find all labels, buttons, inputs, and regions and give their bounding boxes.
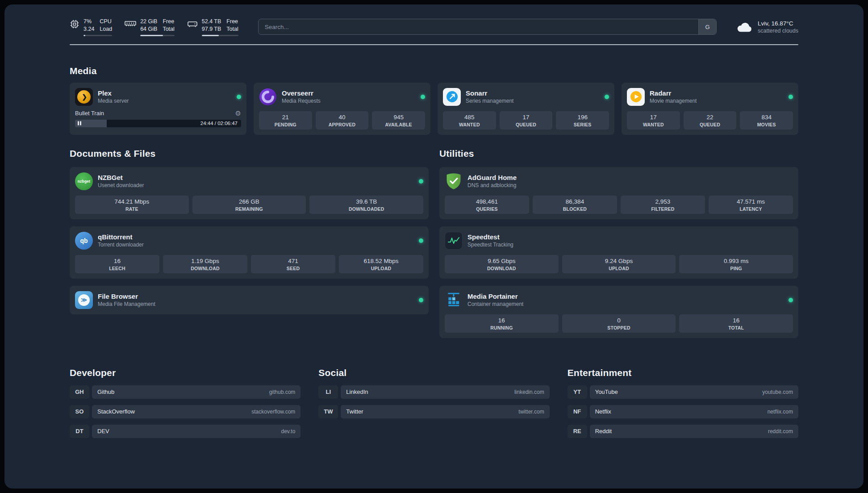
stat-tile: 40 APPROVED	[316, 111, 369, 130]
bookmark-domain: netflix.com	[768, 409, 793, 415]
bookmarks-entertainment: Entertainment YT YouTube youtube.com NF …	[568, 368, 798, 438]
bookmark-abbr: TW	[318, 405, 338, 418]
bookmark-domain: twitter.com	[518, 409, 544, 415]
bookmarks-section: Developer GH Github github.com SO StackO…	[70, 368, 798, 456]
bookmark-dev[interactable]: DT DEV dev.to	[70, 425, 300, 438]
outer-frame: 7% 3.24 CPU Load	[0, 0, 868, 493]
bookmark-domain: stackoverflow.com	[251, 409, 295, 415]
service-subtitle: Movie management	[650, 98, 697, 104]
service-card-adguard[interactable]: AdGuard Home DNS and adblocking 498,461 …	[439, 167, 798, 219]
stat-label: STOPPED	[564, 325, 674, 330]
stat-value: 1.19 Gbps	[165, 258, 246, 264]
stat-tile: 744.21 Mbps RATE	[75, 196, 189, 214]
adguard-shield-icon	[445, 172, 463, 190]
plex-header: ❯ Plex Media server	[75, 88, 241, 106]
bookmark-abbr: NF	[568, 405, 587, 418]
memory-icon	[125, 19, 136, 28]
section-title-media: Media	[70, 66, 798, 76]
bookmark-name: StackOverflow	[97, 408, 135, 415]
stat-label: QUEUED	[685, 122, 735, 127]
plex-meta: Plex Media server	[98, 89, 129, 104]
overseerr-icon	[259, 88, 277, 106]
service-subtitle: DNS and adblocking	[467, 182, 517, 188]
bookmarks-developer: Developer GH Github github.com SO StackO…	[70, 368, 300, 438]
service-card-sonarr[interactable]: Sonarr Series management 485 WANTED 17 Q…	[438, 83, 614, 135]
stat-tile: 17 QUEUED	[500, 111, 553, 130]
service-name: Speedtest	[467, 233, 513, 241]
weather-widget: Lviv, 16.87°C scattered clouds	[736, 20, 798, 34]
service-card-portainer[interactable]: Media Portainer Container management 16 …	[439, 286, 798, 338]
memory-labels: Free Total	[163, 18, 174, 33]
media-grid: ❯ Plex Media server Bullet Train ⚙ 24:44…	[70, 83, 798, 135]
service-name: Sonarr	[466, 89, 513, 97]
stat-value: 744.21 Mbps	[77, 198, 187, 205]
playback-progress-bar[interactable]: 24:44 / 02:06:47	[75, 120, 241, 127]
bookmark-abbr: DT	[70, 425, 89, 438]
disk-stats: 52.4 TB 97.9 TB Free Total	[202, 18, 238, 36]
nzbget-meta: NZBGet Usenet downloader	[98, 174, 144, 188]
stat-label: LATENCY	[710, 206, 791, 212]
stat-tile: 618.52 Mbps UPLOAD	[339, 255, 423, 273]
pause-icon[interactable]	[78, 121, 81, 125]
status-dot	[789, 95, 793, 99]
service-card-nzbget[interactable]: nzbget NZBGet Usenet downloader 744.21 M…	[70, 167, 429, 219]
stat-value: 471	[253, 258, 334, 264]
stat-value: 945	[374, 114, 423, 121]
service-card-qbittorrent[interactable]: qb qBittorrent Torrent downloader 16 LEE…	[70, 226, 429, 279]
topbar-divider	[70, 44, 798, 45]
service-card-filebrowser[interactable]: ≫ File Browser Media File Management	[70, 286, 429, 314]
social-list: LI LinkedIn linkedin.com TW Twitter twit…	[318, 385, 549, 418]
section-title-social: Social	[318, 368, 549, 378]
disk-free-label: Free	[226, 18, 238, 25]
qbittorrent-meta: qBittorrent Torrent downloader	[98, 233, 144, 248]
status-dot	[419, 179, 423, 184]
stat-value: 40	[317, 114, 367, 121]
bookmark-youtube[interactable]: YT YouTube youtube.com	[568, 385, 798, 399]
radarr-icon	[627, 88, 645, 106]
stat-tile: 834 MOVIES	[740, 111, 793, 130]
sonarr-header: Sonarr Series management	[443, 88, 609, 106]
service-card-overseerr[interactable]: Overseerr Media Requests 21 PENDING 40 A…	[254, 83, 430, 135]
memory-total-label: Total	[163, 25, 174, 33]
bookmark-twitter[interactable]: TW Twitter twitter.com	[318, 405, 549, 418]
nzbget-stats: 744.21 Mbps RATE 266 GB REMAINING 39.6 T…	[75, 196, 423, 214]
speedtest-header: Speedtest Speedtest Tracking	[445, 232, 793, 250]
bookmark-netflix[interactable]: NF Netflix netflix.com	[568, 405, 798, 418]
service-subtitle: Media File Management	[98, 301, 155, 307]
memory-total: 64 GiB	[140, 25, 157, 33]
bookmark-linkedin[interactable]: LI LinkedIn linkedin.com	[318, 385, 549, 399]
stat-tile: 196 SERIES	[556, 111, 609, 130]
bookmark-reddit[interactable]: RE Reddit reddit.com	[568, 425, 798, 438]
stat-tile: 16 LEECH	[75, 255, 159, 273]
service-card-plex[interactable]: ❯ Plex Media server Bullet Train ⚙ 24:44…	[70, 83, 246, 135]
stat-value: 16	[447, 317, 557, 324]
bookmark-bar: Twitter twitter.com	[341, 405, 549, 418]
sonarr-icon	[443, 88, 461, 106]
bookmark-name: Reddit	[595, 428, 612, 435]
bookmark-bar: LinkedIn linkedin.com	[341, 385, 549, 399]
stat-label: BLOCKED	[534, 206, 615, 212]
search-input[interactable]	[259, 19, 698, 34]
stat-value: 47.571 ms	[710, 198, 791, 205]
nzbget-icon: nzbget	[75, 172, 93, 190]
bookmark-name: DEV	[97, 428, 109, 435]
stat-label: WANTED	[629, 122, 678, 127]
stat-value: 17	[501, 114, 551, 121]
service-card-radarr[interactable]: Radarr Movie management 17 WANTED 22 QUE…	[622, 83, 798, 135]
disk-total: 97.9 TB	[202, 25, 221, 33]
gear-icon[interactable]: ⚙	[235, 110, 241, 117]
stat-value: 485	[445, 114, 494, 121]
bookmark-stackoverflow[interactable]: SO StackOverflow stackoverflow.com	[70, 405, 300, 418]
search-engine-button[interactable]: G	[698, 19, 716, 34]
stat-value: 0	[564, 317, 674, 324]
service-subtitle: Media server	[98, 98, 129, 104]
portainer-meta: Media Portainer Container management	[467, 292, 523, 307]
memory-free: 22 GiB	[140, 18, 157, 25]
stat-value: 2,953	[622, 198, 703, 205]
adguard-stats: 498,461 QUERIES 86,384 BLOCKED 2,953 FIL…	[445, 196, 793, 214]
search-bar: G	[258, 19, 717, 35]
bookmarks-social: Social LI LinkedIn linkedin.com TW Twitt…	[318, 368, 549, 438]
cpu-chip-icon	[70, 19, 79, 29]
bookmark-github[interactable]: GH Github github.com	[70, 385, 300, 399]
service-card-speedtest[interactable]: Speedtest Speedtest Tracking 9.65 Gbps D…	[439, 226, 798, 279]
